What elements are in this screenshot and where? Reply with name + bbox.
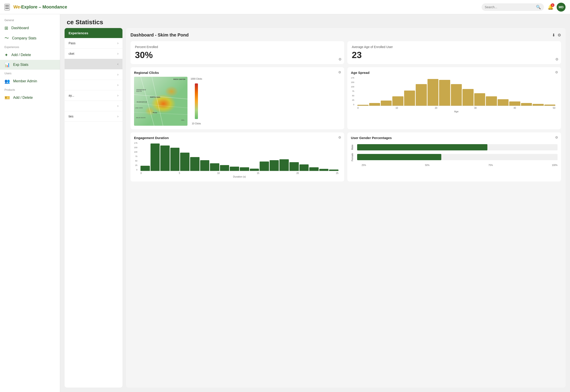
- heatmap-max-label: 1000 Clicks: [190, 78, 202, 80]
- list-item-cket[interactable]: cket ›: [65, 48, 122, 59]
- eng-bar-17: [299, 164, 309, 171]
- notification-button[interactable]: 🔔 1: [548, 4, 554, 10]
- age-bar-8: [439, 80, 450, 106]
- sidebar-item-exp-stats[interactable]: 📊 Exp Stats: [0, 60, 60, 70]
- dashboard-icon: ⊞: [4, 25, 8, 31]
- sidebar-item-exp-stats-label: Exp Stats: [13, 63, 28, 67]
- list-item-ay[interactable]: ay... ›: [65, 90, 122, 101]
- list-item-ties[interactable]: ties ›: [65, 111, 122, 122]
- list-item-cket-label: cket: [69, 52, 74, 56]
- sidebar: General ⊞ Dashboard 〜 Company Stats Expe…: [0, 14, 60, 392]
- age-bar-17: [544, 105, 555, 106]
- regional-clicks-card: Regional Clicks ⚙ ROCK CANYON GRANDVIEWS…: [131, 67, 344, 129]
- gender-female-bar-wrap: [357, 154, 557, 160]
- gender-female-label: Female: [351, 153, 355, 161]
- eng-bar-11: [240, 167, 249, 171]
- list-item-pass[interactable]: Pass ›: [65, 38, 122, 48]
- add-delete-exp-icon: ✦: [4, 52, 8, 58]
- gender-chart: Male Female: [351, 142, 557, 169]
- svg-line-0: [141, 77, 154, 126]
- chevron-right-icon-7: ›: [117, 114, 118, 118]
- eng-bar-15: [279, 159, 289, 171]
- eng-bar-9: [220, 165, 229, 171]
- engagement-duration-title: Engagement Duration: [134, 136, 341, 140]
- chevron-left-icon: ‹: [117, 62, 118, 66]
- dashboard-title: Dashboard - Skim the Pond: [131, 32, 189, 38]
- heatmap-legend: 1000 Clicks 10 Clicks: [190, 77, 202, 126]
- list-item-ay-label: ay...: [69, 94, 74, 97]
- heatmap-row: ROCK CANYON GRANDVIEWSOUTH NORTH PARK RI…: [134, 77, 341, 126]
- age-spread-settings-icon[interactable]: ⚙: [555, 70, 558, 74]
- sidebar-section-users: Users: [0, 72, 60, 76]
- settings-icon[interactable]: ⚙: [557, 33, 561, 38]
- sidebar-section-general: General: [0, 19, 60, 23]
- percent-enrolled-value: 30%: [135, 50, 340, 60]
- engagement-y-axis: 1751501007550250: [134, 142, 138, 175]
- company-stats-icon: 〜: [4, 35, 9, 41]
- sidebar-item-dashboard[interactable]: ⊞ Dashboard: [0, 23, 60, 33]
- list-item-6[interactable]: ›: [65, 101, 122, 111]
- age-spread-bars: [355, 77, 557, 106]
- stat-settings-icon-2[interactable]: ⚙: [555, 57, 558, 61]
- age-bar-1: [357, 105, 368, 106]
- avatar[interactable]: MD: [557, 3, 566, 12]
- sidebar-item-exp-add-delete-label: Add / Delete: [11, 53, 31, 57]
- left-panel-header-label: Experiences: [69, 31, 88, 35]
- eng-bar-19: [319, 169, 329, 171]
- avg-age-value: 23: [352, 50, 557, 60]
- age-spread-xlabel: Age: [355, 110, 557, 113]
- stats-row: Percent Enrolled 30% ⚙ Average Age of En…: [131, 41, 561, 64]
- stat-settings-icon-1[interactable]: ⚙: [338, 57, 342, 61]
- search-input[interactable]: [485, 5, 536, 9]
- left-panel-header: Experiences: [65, 28, 122, 38]
- eng-bar-18: [309, 167, 319, 171]
- list-item-selected[interactable]: ‹: [65, 59, 122, 70]
- regional-clicks-settings-icon[interactable]: ⚙: [338, 70, 341, 74]
- percent-enrolled-card: Percent Enrolled 30% ⚙: [131, 41, 344, 64]
- engagement-x-axis: 0510152025: [138, 171, 341, 174]
- gender-male-bar-wrap: [357, 144, 557, 150]
- engagement-duration-card: Engagement Duration ⚙ 1751501007550250: [131, 132, 344, 182]
- engagement-settings-icon[interactable]: ⚙: [338, 136, 341, 140]
- gender-settings-icon[interactable]: ⚙: [555, 136, 558, 140]
- dashboard-panel: Dashboard - Skim the Pond ⬇ ⚙ Percent En…: [126, 28, 566, 388]
- page-title: ce Statistics: [60, 14, 570, 28]
- list-item-ties-label: ties: [69, 114, 73, 118]
- chevron-right-icon-6: ›: [117, 104, 118, 108]
- age-bar-16: [533, 104, 543, 106]
- svg-line-4: [134, 112, 188, 114]
- svg-line-3: [134, 103, 188, 108]
- sidebar-item-dashboard-label: Dashboard: [11, 26, 29, 30]
- member-admin-icon: 👥: [4, 79, 10, 84]
- sidebar-item-prod-add-delete[interactable]: 🎫 Add / Delete: [0, 93, 60, 103]
- eng-bar-13: [260, 162, 269, 171]
- add-delete-prod-icon: 🎫: [4, 95, 10, 100]
- search-icon: 🔍: [536, 5, 541, 10]
- age-spread-title: Age Spread: [351, 71, 557, 74]
- eng-bar-20: [329, 169, 338, 171]
- eng-bar-14: [270, 160, 279, 171]
- avg-age-card: Average Age of Enrolled User 23 ⚙: [347, 41, 561, 64]
- age-bar-10: [462, 89, 473, 106]
- list-item-4[interactable]: ›: [65, 70, 122, 80]
- percent-enrolled-label: Percent Enrolled: [135, 45, 340, 49]
- logo-we: We: [13, 4, 20, 10]
- chevron-right-icon-2: ›: [117, 52, 118, 56]
- sidebar-item-member-admin[interactable]: 👥 Member Admin: [0, 76, 60, 86]
- logo-rest: Explore – Moondance: [21, 4, 67, 10]
- sidebar-item-exp-add-delete[interactable]: ✦ Add / Delete: [0, 50, 60, 60]
- hamburger-button[interactable]: ☰: [4, 4, 10, 11]
- search-bar[interactable]: 🔍: [482, 3, 544, 11]
- app-logo: We · Explore – Moondance: [13, 4, 67, 10]
- age-bar-7: [427, 79, 438, 106]
- gender-x-axis: 25%50%75%100%: [351, 164, 557, 167]
- eng-bar-1: [141, 166, 150, 171]
- svg-line-1: [152, 77, 163, 126]
- age-spread-x-axis: 01020304050: [355, 106, 557, 109]
- engagement-chart: 1751501007550250: [134, 142, 341, 178]
- list-item-5[interactable]: ›: [65, 80, 122, 90]
- download-icon[interactable]: ⬇: [552, 33, 555, 38]
- charts-grid: Regional Clicks ⚙ ROCK CANYON GRANDVIEWS…: [131, 67, 561, 182]
- sidebar-item-company-stats[interactable]: 〜 Company Stats: [0, 33, 60, 43]
- sidebar-item-member-admin-label: Member Admin: [13, 79, 37, 83]
